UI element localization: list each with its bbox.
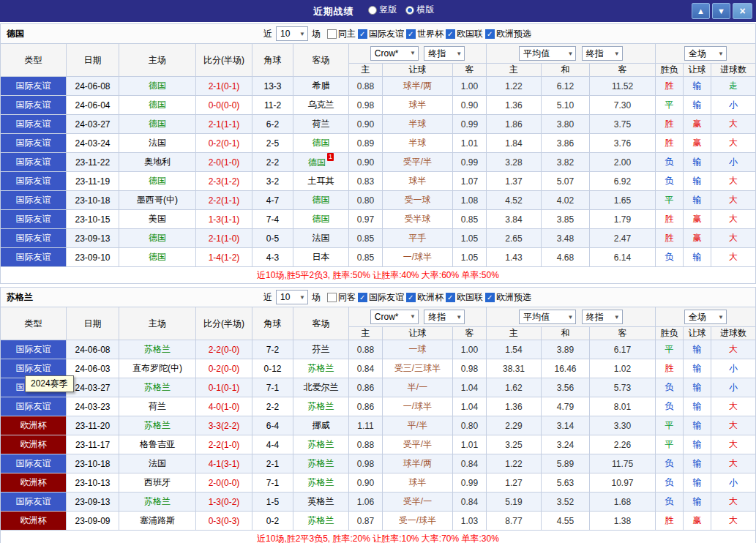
home-team[interactable]: 墨西哥(中) [119, 191, 196, 210]
checkbox-icon[interactable] [446, 29, 455, 39]
home-team[interactable]: 直布罗陀(中) [119, 359, 196, 378]
checkbox-icon[interactable] [358, 293, 367, 302]
home-team[interactable]: 德国 [119, 248, 196, 267]
checkbox-icon[interactable] [327, 29, 337, 39]
match-score[interactable]: 2-2(1-1) [196, 191, 252, 210]
away-team[interactable]: 乌克兰 [293, 96, 349, 115]
home-team[interactable]: 苏格兰 [119, 378, 196, 397]
away-team[interactable]: 苏格兰 [293, 397, 349, 416]
final-odds-select-2[interactable]: 终指▼ [582, 310, 623, 324]
away-team[interactable]: 苏格兰 [293, 473, 349, 493]
home-team[interactable]: 法国 [119, 454, 196, 473]
match-score[interactable]: 2-0(1-0) [196, 153, 252, 172]
final-odds-select[interactable]: 终指▼ [424, 310, 465, 324]
home-team[interactable]: 法国 [119, 134, 196, 153]
away-team[interactable]: 土耳其 [293, 172, 349, 191]
checkbox-icon[interactable] [446, 293, 455, 302]
final-odds-select[interactable]: 终指▼ [424, 46, 465, 61]
away-team[interactable]: 日本 [293, 248, 349, 267]
match-score[interactable]: 2-1(1-1) [196, 115, 252, 134]
home-team[interactable]: 苏格兰 [119, 340, 196, 359]
away-team[interactable]: 苏格兰 [293, 435, 349, 454]
home-team[interactable]: 格鲁吉亚 [119, 435, 196, 454]
scroll-down-button[interactable]: ▼ [712, 3, 730, 19]
match-score[interactable]: 0-0(0-0) [196, 96, 252, 115]
away-team[interactable]: 英格兰 [293, 493, 349, 512]
checkbox-icon[interactable] [485, 293, 495, 302]
match-score[interactable]: 1-3(1-1) [196, 210, 252, 229]
final-odds-select-2[interactable]: 终指▼ [582, 46, 623, 61]
home-team[interactable]: 苏格兰 [119, 416, 196, 435]
layout-radio-vertical[interactable]: 竖版 [368, 4, 397, 16]
filter-option[interactable]: 欧洲杯 [406, 291, 444, 304]
checkbox-icon[interactable] [327, 293, 337, 302]
match-score[interactable]: 0-2(0-1) [196, 134, 252, 153]
away-team[interactable]: 德国 [293, 134, 349, 153]
away-team[interactable]: 德国 [293, 210, 349, 229]
match-score[interactable]: 2-0(0-0) [196, 473, 252, 493]
home-team[interactable]: 德国 [119, 77, 196, 96]
checkbox-icon[interactable] [406, 29, 416, 39]
home-team[interactable]: 德国 [119, 172, 196, 191]
match-score[interactable]: 2-2(1-0) [196, 435, 252, 454]
home-team[interactable]: 美国 [119, 210, 196, 229]
home-team[interactable]: 奥地利 [119, 153, 196, 172]
match-score[interactable]: 4-0(1-0) [196, 397, 252, 416]
match-score[interactable]: 0-3(0-3) [196, 512, 252, 531]
bookmaker-select[interactable]: Crow*▼ [370, 310, 419, 324]
filter-option[interactable]: 同主 [327, 28, 356, 40]
away-team[interactable]: 德国 [293, 191, 349, 210]
bookmaker-select[interactable]: Crow*▼ [370, 46, 419, 61]
home-team[interactable]: 德国 [119, 96, 196, 115]
average-odds-select[interactable]: 平均值▼ [519, 310, 576, 324]
match-score[interactable]: 0-1(0-1) [196, 378, 252, 397]
home-team[interactable]: 德国 [119, 229, 196, 248]
away-team[interactable]: 北爱尔兰 [293, 378, 349, 397]
filter-option[interactable]: 欧国联 [446, 28, 483, 40]
checkbox-icon[interactable] [406, 293, 416, 302]
layout-radio-horizontal[interactable]: 横版 [405, 4, 434, 16]
away-team[interactable]: 苏格兰 [293, 512, 349, 531]
full-match-select[interactable]: 全场▼ [684, 310, 727, 324]
away-team[interactable]: 希腊 [293, 77, 349, 96]
away-team[interactable]: 苏格兰 [293, 454, 349, 473]
away-team[interactable]: 法国 [293, 229, 349, 248]
away-team[interactable]: 荷兰 [293, 115, 349, 134]
match-score[interactable]: 1-3(0-2) [196, 493, 252, 512]
full-match-select[interactable]: 全场▼ [684, 46, 727, 61]
home-team[interactable]: 西班牙 [119, 473, 196, 493]
filter-option[interactable]: 欧国联 [446, 291, 483, 304]
home-team[interactable]: 苏格兰 [119, 493, 196, 512]
away-team[interactable]: 苏格兰 [293, 359, 349, 378]
filter-option[interactable]: 欧洲预选 [485, 291, 531, 304]
away-team[interactable]: 挪威 [293, 416, 349, 435]
checkbox-icon[interactable] [485, 29, 495, 39]
filter-option[interactable]: 欧洲预选 [485, 28, 531, 40]
match-score[interactable]: 2-2(0-0) [196, 340, 252, 359]
match-score[interactable]: 0-2(0-0) [196, 359, 252, 378]
match-score[interactable]: 4-1(3-1) [196, 454, 252, 473]
filter-option[interactable]: 同客 [327, 291, 356, 304]
away-team[interactable]: 德国1 [293, 153, 349, 172]
match-score[interactable]: 1-4(1-2) [196, 248, 252, 267]
checkbox-icon[interactable] [358, 29, 367, 39]
filter-option[interactable]: 国际友谊 [358, 291, 404, 304]
home-team[interactable]: 德国 [119, 115, 196, 134]
away-team[interactable]: 芬兰 [293, 340, 349, 359]
radio-icon[interactable] [405, 6, 414, 15]
match-score[interactable]: 3-3(2-2) [196, 416, 252, 435]
match-score[interactable]: 2-1(0-1) [196, 77, 252, 96]
radio-icon[interactable] [368, 6, 377, 15]
home-team[interactable]: 塞浦路斯 [119, 512, 196, 531]
home-team[interactable]: 荷兰 [119, 397, 196, 416]
filter-option[interactable]: 国际友谊 [358, 28, 404, 40]
close-button[interactable]: × [733, 3, 752, 19]
match-count-select[interactable]: 10▼ [276, 290, 308, 304]
filter-option[interactable]: 世界杯 [406, 28, 444, 40]
match-score[interactable]: 2-1(1-0) [196, 229, 252, 248]
match-count-select[interactable]: 10▼ [276, 26, 308, 41]
average-odds-select[interactable]: 平均值▼ [519, 46, 576, 61]
handicap-result-cell: 输 [684, 435, 711, 454]
scroll-up-button[interactable]: ▲ [692, 3, 710, 19]
match-score[interactable]: 2-3(1-2) [196, 172, 252, 191]
